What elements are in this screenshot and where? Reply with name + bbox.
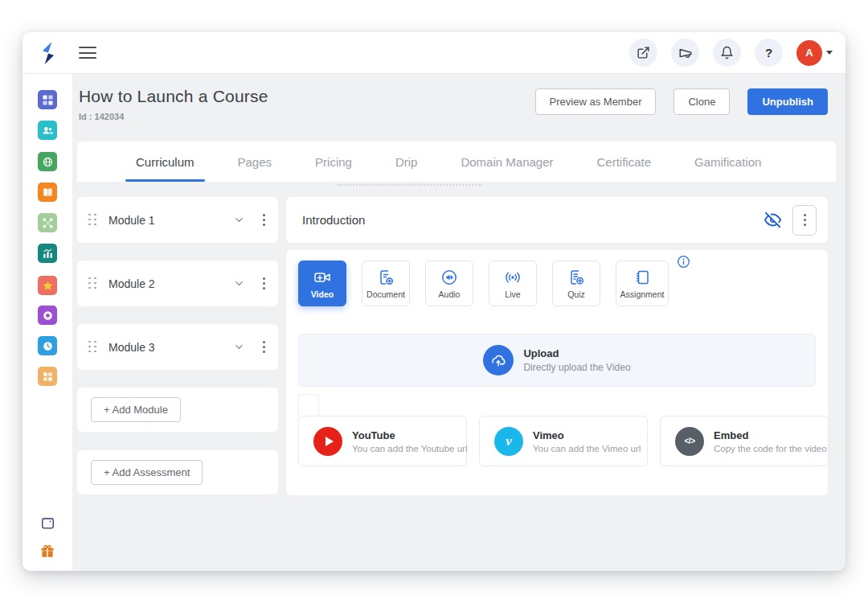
chevron-down-icon[interactable] [233,277,245,289]
hide-lesson-button[interactable] [764,211,781,228]
sidebar-item-schedule-icon[interactable] [38,336,57,355]
sidebar-item-apps-icon[interactable] [38,367,57,386]
add-assessment-card: + Add Assessment [77,450,278,494]
content-type-selector: Video Document Audio Live Quiz [298,261,669,306]
tab-drip[interactable]: Drip [374,142,440,182]
chevron-down-icon[interactable] [233,341,245,353]
tab-gamification[interactable]: Gamification [673,142,783,182]
info-button[interactable] [677,255,690,272]
course-header: How to Launch a Course Id : 142034 Previ… [79,87,828,121]
unpublish-button[interactable]: Unpublish [747,88,828,115]
help-button[interactable]: ? [755,39,783,67]
lesson-kebab-menu-button[interactable] [792,205,817,236]
youtube-source-card[interactable]: YouTube You can add the Youtube url [298,416,467,466]
chevron-down-icon [826,51,833,55]
video-source-options: YouTube You can add the Youtube url v Vi… [298,416,829,466]
sidebar-item-website-icon[interactable] [38,152,57,171]
sidebar-item-gift-icon[interactable] [38,542,57,561]
info-icon [677,255,690,269]
module-row-2[interactable]: Module 2 [77,261,278,306]
upload-subtitle: Directly upload the Video [523,362,630,373]
module-label: Module 1 [108,214,155,227]
top-header-bar: ? A [23,32,845,74]
embed-code-icon: </> [675,427,704,456]
sidebar-item-members-icon[interactable] [38,121,57,140]
sidebar-item-reports-icon[interactable] [38,244,57,263]
content-type-quiz[interactable]: Quiz [552,261,600,306]
avatar[interactable]: A [796,40,822,66]
vimeo-icon: v [494,427,523,456]
notifications-button[interactable] [713,39,741,67]
add-module-button[interactable]: + Add Module [91,397,181,422]
tab-pages[interactable]: Pages [216,142,294,182]
content-type-document[interactable]: Document [362,261,410,306]
audio-icon [440,269,458,286]
video-tab-stub [298,394,319,416]
chevron-down-icon[interactable] [233,214,245,226]
external-link-icon [637,46,650,60]
preview-as-member-button[interactable]: Preview as Member [535,88,657,115]
module-kebab-menu-icon[interactable] [261,276,267,290]
account-menu[interactable]: A [796,40,833,66]
drag-handle-icon[interactable] [88,214,97,227]
course-id: Id : 142034 [79,112,268,121]
sidebar-item-affiliates-icon[interactable] [38,213,57,232]
upload-title: Upload [523,347,630,359]
video-camera-icon [313,269,331,286]
lesson-title: Introduction [302,213,365,227]
lesson-header-card: Introduction [286,197,828,243]
live-broadcast-icon [504,269,522,286]
module-label: Module 3 [108,341,155,354]
course-tabs: Curriculum Pages Pricing Drip Domain Man… [77,142,836,182]
menu-hamburger-icon[interactable] [79,47,96,59]
main-area: How to Launch a Course Id : 142034 Previ… [72,74,845,571]
eye-off-icon [764,211,781,228]
module-label: Module 2 [108,277,155,290]
clone-button[interactable]: Clone [674,88,730,115]
tab-domain-manager[interactable]: Domain Manager [439,142,575,182]
content-type-assignment[interactable]: Assignment [616,261,669,306]
assignment-notebook-icon [633,269,651,286]
add-assessment-button[interactable]: + Add Assessment [91,460,203,485]
tab-scroll-dots [338,184,482,186]
sidebar-item-reviews-icon[interactable] [38,276,57,295]
upload-dropzone[interactable]: Upload Directly upload the Video [298,334,816,387]
kebab-icon [802,212,808,227]
brand-logo-icon[interactable] [39,42,58,64]
sidebar-item-dashboard-icon[interactable] [38,90,57,109]
tab-curriculum[interactable]: Curriculum [114,142,216,182]
external-link-button[interactable] [629,39,657,67]
megaphone-icon [678,46,693,60]
youtube-icon [313,427,342,456]
content-type-live[interactable]: Live [489,261,537,306]
sidebar-item-calendar-icon[interactable] [38,513,57,532]
module-kebab-menu-icon[interactable] [261,339,267,354]
tab-pricing[interactable]: Pricing [293,142,374,182]
content-type-audio[interactable]: Audio [425,261,473,306]
app-sidebar [23,74,72,571]
lesson-content-card: Video Document Audio Live Quiz [286,250,828,495]
quiz-icon [567,269,585,286]
vimeo-source-card[interactable]: v Vimeo You can add the Vimeo url [479,416,648,466]
module-kebab-menu-icon[interactable] [261,212,267,227]
drag-handle-icon[interactable] [88,277,97,290]
app-window: ? A [23,32,845,571]
tab-certificate[interactable]: Certificate [575,142,674,182]
sidebar-item-settings-icon[interactable] [38,306,57,325]
page-title: How to Launch a Course [79,87,268,106]
drag-handle-icon[interactable] [88,341,97,354]
add-module-card: + Add Module [77,388,278,432]
embed-source-card[interactable]: </> Embed Copy the code for the video [660,416,829,466]
sidebar-item-courses-icon[interactable] [38,183,57,202]
module-row-3[interactable]: Module 3 [77,324,278,370]
cloud-upload-icon [483,345,514,375]
content-type-video[interactable]: Video [298,261,346,306]
question-mark-icon: ? [765,46,772,60]
play-icon [326,437,334,446]
document-add-icon [377,269,395,286]
announcements-button[interactable] [671,39,699,67]
bell-icon [720,46,734,60]
module-row-1[interactable]: Module 1 [77,197,278,243]
